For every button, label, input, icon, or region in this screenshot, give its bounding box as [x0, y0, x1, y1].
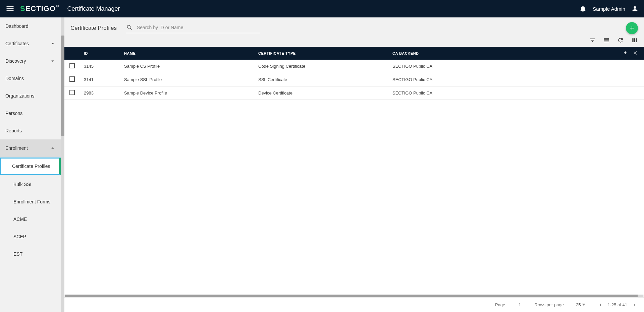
menu-toggle-button[interactable] — [5, 4, 15, 13]
sidebar-item-enrollment[interactable]: Enrollment — [0, 139, 61, 157]
cell-ca: SECTIGO Public CA — [388, 60, 617, 73]
sidebar-item-organizations[interactable]: Organizations — [0, 87, 61, 105]
chevron-up-icon — [50, 145, 56, 151]
search-field[interactable] — [126, 23, 260, 33]
sidebar-subitem-est[interactable]: EST — [0, 245, 61, 263]
sidebar-item-label: Persons — [5, 111, 22, 116]
sidebar-item-dashboard[interactable]: Dashboard — [0, 17, 61, 35]
table-row[interactable]: 3145Sample CS ProfileCode Signing Certif… — [64, 60, 644, 73]
page-range: 1-25 of 41 — [607, 302, 627, 307]
logo-letter-s: S — [20, 4, 25, 13]
main-content: Certificate Profiles — [64, 17, 644, 312]
sidebar: DashboardCertificatesDiscoveryDomainsOrg… — [0, 17, 64, 312]
cell-id: 3141 — [80, 73, 120, 86]
next-page-icon[interactable] — [632, 302, 637, 308]
sidebar-item-label: Reports — [5, 128, 22, 133]
cell-name: Sample SSL Profile — [120, 73, 254, 86]
sidebar-item-persons[interactable]: Persons — [0, 105, 61, 122]
chevron-down-icon — [50, 58, 56, 64]
cell-id: 3145 — [80, 60, 120, 73]
cell-ca: SECTIGO Public CA — [388, 73, 617, 86]
cell-id: 2983 — [80, 86, 120, 100]
cell-type: SSL Certificate — [254, 73, 388, 86]
dropdown-arrow-icon — [582, 304, 585, 306]
sidebar-subitem-scep[interactable]: SCEP — [0, 228, 61, 245]
sort-up-icon[interactable] — [623, 50, 628, 56]
cell-type: Device Certificate — [254, 86, 388, 100]
chevron-down-icon — [50, 41, 56, 47]
refresh-icon[interactable] — [617, 37, 624, 44]
cell-ca: SECTIGO Public CA — [388, 86, 617, 100]
close-icon[interactable] — [633, 50, 638, 56]
add-button[interactable] — [626, 22, 638, 34]
app-title: Certificate Manager — [67, 5, 120, 12]
search-input[interactable] — [137, 23, 260, 32]
pagination-footer: Page 1 Rows per page 25 1-25 of 41 — [64, 297, 644, 312]
filter-icon[interactable] — [589, 37, 596, 44]
sidebar-item-domains[interactable]: Domains — [0, 70, 61, 87]
cell-name: Sample Device Profile — [120, 86, 254, 100]
table-row[interactable]: 2983Sample Device ProfileDevice Certific… — [64, 86, 644, 100]
sidebar-item-label: Domains — [5, 76, 24, 81]
plus-icon — [629, 25, 635, 32]
rows-per-page-label: Rows per page — [535, 302, 564, 307]
column-ca[interactable]: CA BACKEND — [388, 47, 617, 60]
current-user-name[interactable]: Sample Admin — [593, 6, 625, 12]
cell-name: Sample CS Profile — [120, 60, 254, 73]
column-id[interactable]: ID — [80, 47, 120, 60]
sidebar-subitem-certificate-profiles[interactable]: Certificate Profiles — [0, 158, 61, 175]
sidebar-subitem-bulk-ssl[interactable]: Bulk SSL — [0, 176, 61, 193]
columns-icon[interactable] — [631, 37, 638, 44]
sidebar-item-discovery[interactable]: Discovery — [0, 52, 61, 70]
sidebar-item-reports[interactable]: Reports — [0, 122, 61, 139]
density-icon[interactable] — [603, 37, 610, 44]
user-avatar-icon[interactable] — [631, 5, 639, 12]
search-icon[interactable] — [126, 24, 133, 31]
notifications-icon[interactable] — [579, 5, 587, 12]
logo-rest: ECTIGO — [25, 4, 56, 13]
column-name[interactable]: NAME — [120, 47, 254, 60]
sidebar-item-label: Certificates — [5, 41, 29, 46]
prev-page-icon[interactable] — [597, 302, 603, 308]
sidebar-item-label: Discovery — [5, 58, 26, 64]
profiles-table: ID NAME CERTIFICATE TYPE CA BACKEND 3145… — [64, 47, 644, 295]
row-checkbox[interactable] — [69, 76, 75, 82]
logo-registered: ® — [56, 4, 59, 8]
rows-per-page-select[interactable]: 25 — [574, 302, 587, 308]
sidebar-item-label: Organizations — [5, 93, 34, 99]
brand-logo: SECTIGO® — [20, 4, 59, 13]
cell-type: Code Signing Certificate — [254, 60, 388, 73]
page-title: Certificate Profiles — [70, 25, 117, 32]
app-topbar: SECTIGO® Certificate Manager Sample Admi… — [0, 0, 644, 17]
sidebar-item-label: Enrollment — [5, 145, 28, 151]
sidebar-item-label: Dashboard — [5, 23, 29, 29]
sidebar-scrollbar[interactable] — [61, 17, 64, 312]
sidebar-subitem-enrollment-forms[interactable]: Enrollment Forms — [0, 193, 61, 210]
page-number-input[interactable]: 1 — [515, 302, 524, 308]
sidebar-subitem-acme[interactable]: ACME — [0, 210, 61, 228]
table-horizontal-scrollbar[interactable] — [65, 295, 643, 297]
row-checkbox[interactable] — [69, 63, 75, 68]
sidebar-item-certificates[interactable]: Certificates — [0, 35, 61, 52]
page-label: Page — [495, 302, 505, 307]
column-type[interactable]: CERTIFICATE TYPE — [254, 47, 388, 60]
table-row[interactable]: 3141Sample SSL ProfileSSL CertificateSEC… — [64, 73, 644, 86]
hamburger-icon — [5, 4, 15, 13]
row-checkbox[interactable] — [69, 90, 75, 95]
table-header-row: ID NAME CERTIFICATE TYPE CA BACKEND — [64, 47, 644, 60]
